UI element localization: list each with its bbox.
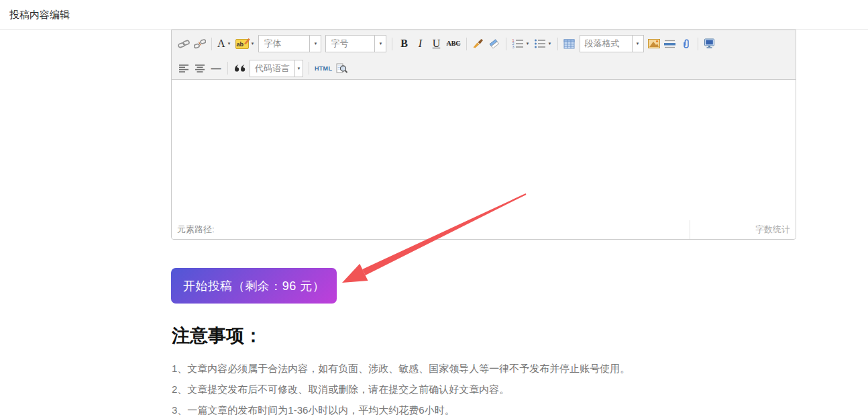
rich-text-editor: A ▼ ab ▼ 字体 ▼ 字号 [171,30,796,240]
notes-heading: 注意事项： [172,324,775,348]
align-left-icon [178,64,189,73]
element-path-label: 元素路径: [172,220,215,239]
page-break-icon [664,39,675,49]
bold-icon: B [400,38,408,49]
monitor-icon [704,38,715,49]
fullscreen-preview-button[interactable] [702,35,718,52]
toolbar-separator [466,38,467,50]
editor-toolbar: A ▼ ab ▼ 字体 ▼ 字号 [172,30,796,80]
insert-link-button[interactable] [176,35,192,52]
toolbar-separator [557,38,558,50]
underline-icon: U [433,38,441,49]
submit-button[interactable]: 开始投稿（剩余：96 元） [171,268,337,304]
paragraph-format-select[interactable]: 段落格式 ▼ [580,35,644,52]
html-source-button[interactable]: HTML [313,60,334,77]
toolbar-separator [309,62,309,75]
toolbar-row-2: — 代码语言 ▼ HTML [176,57,792,79]
font-color-icon: A [217,38,225,49]
ordered-list-button[interactable]: 1 2 3 ▼ [510,35,532,52]
svg-text:3: 3 [512,45,514,49]
chevron-down-icon: ▼ [294,60,303,77]
chevron-down-icon: ▼ [251,42,255,46]
italic-icon: I [419,38,422,49]
align-center-icon [195,64,205,73]
notes-section: 注意事项： 1、文章内容必须属于合法内容，如有负面、涉政、敏感、国家领导人等一律… [172,324,775,415]
toolbar-separator [211,38,212,50]
toolbar-separator [227,62,228,75]
paintbrush-icon [472,38,484,49]
paperclip-icon [681,38,692,49]
chevron-down-icon: ▼ [548,42,552,46]
format-painter-button[interactable] [470,35,486,52]
chevron-down-icon: ▼ [526,42,530,46]
align-left-button[interactable] [176,60,192,77]
eraser-icon [488,38,500,49]
ordered-list-icon: 1 2 3 [512,38,524,49]
toolbar-separator [506,38,506,50]
chevron-down-icon: ▼ [632,36,643,52]
bold-button[interactable]: B [396,35,412,52]
insert-attachment-button[interactable] [678,35,694,52]
link-icon [178,38,190,49]
toolbar-separator [392,38,392,50]
code-language-select[interactable]: 代码语言 ▼ [250,60,303,77]
insert-table-button[interactable] [561,35,578,52]
note-item: 1、文章内容必须属于合法内容，如有负面、涉政、敏感、国家领导人等一律不予发布并停… [172,358,775,379]
html-source-icon: HTML [315,65,332,72]
chevron-down-icon: ▼ [374,36,386,52]
align-center-button[interactable] [192,60,208,77]
horizontal-rule-icon: — [211,63,221,73]
unlink-icon [194,38,206,49]
highlight-color-icon: ab [235,39,249,49]
font-family-select[interactable]: 字体 ▼ [258,35,321,52]
toolbar-row-1: A ▼ ab ▼ 字体 ▼ 字号 [176,30,792,57]
editor-statusbar: 元素路径: 字数统计 [172,220,796,239]
highlight-color-button[interactable]: ab ▼ [233,35,257,52]
bullet-list-button[interactable]: ▼ [532,35,554,52]
chevron-down-icon: ▼ [227,42,231,46]
note-item: 3、一篇文章的发布时间为1-36小时以内，平均大约花费6小时。 [172,400,775,415]
blockquote-button[interactable] [231,60,248,77]
strikethrough-button[interactable]: ABC [444,35,462,52]
remove-link-button[interactable] [192,35,208,52]
chevron-down-icon: ▼ [309,36,321,52]
pencil-icon [243,37,251,45]
page-title: 投稿内容编辑 [0,0,868,30]
italic-button[interactable]: I [412,35,428,52]
strikethrough-icon: ABC [446,40,460,47]
page-header: 投稿内容编辑 [0,0,868,30]
horizontal-rule-button[interactable]: — [208,60,224,77]
insert-image-button[interactable] [646,35,662,52]
page-break-button[interactable] [662,35,678,52]
bullet-list-icon [534,38,546,49]
toolbar-separator [698,38,698,50]
preview-button[interactable] [334,60,350,77]
underline-button[interactable]: U [428,35,444,52]
image-icon [648,39,660,48]
preview-magnifier-icon [336,63,348,74]
remove-format-button[interactable] [486,35,502,52]
font-color-button[interactable]: A ▼ [215,35,233,52]
table-icon [563,39,575,49]
editor-content-area[interactable] [172,80,796,220]
font-size-select[interactable]: 字号 ▼ [325,35,386,52]
blockquote-icon [234,64,246,73]
note-item: 2、文章提交发布后不可修改、取消或删除，请在提交之前确认好文章内容。 [172,379,775,400]
page: 投稿内容编辑 [0,0,868,415]
word-count-button[interactable]: 字数统计 [690,220,796,239]
